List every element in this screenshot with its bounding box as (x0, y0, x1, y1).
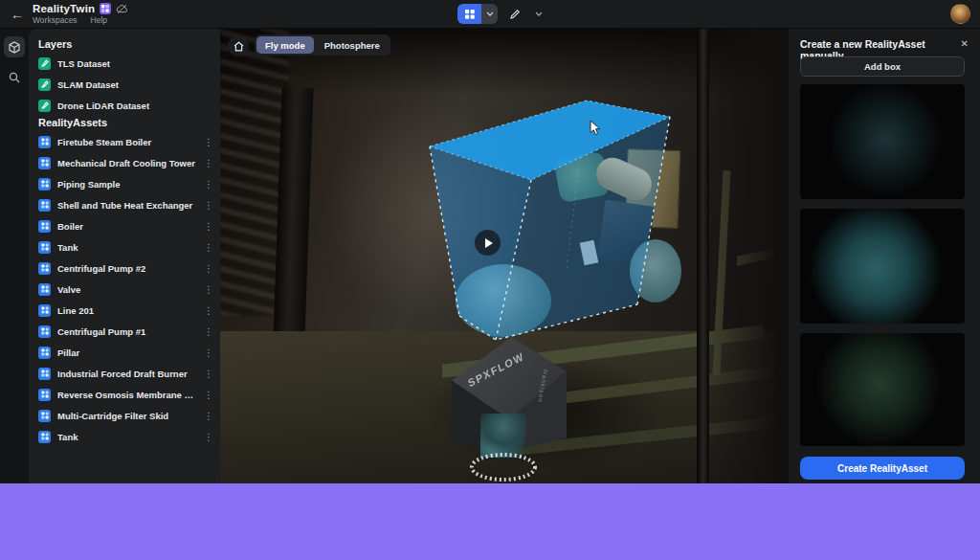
asset-item[interactable]: Shell and Tube Heat Exchanger ⋮ (38, 194, 216, 215)
row-menu-icon[interactable]: ⋮ (203, 432, 214, 442)
row-menu-icon[interactable]: ⋮ (203, 347, 214, 358)
asset-grid-icon[interactable] (457, 4, 481, 24)
title-block: RealityTwin Workspaces Help (33, 3, 128, 25)
workspaces-link[interactable]: Workspaces (33, 15, 78, 25)
asset-label: Multi-Cartridge Filter Skid (57, 411, 196, 421)
asset-label: Boiler (57, 221, 196, 232)
cursor-icon (590, 120, 602, 136)
layer-item-drone-lidar[interactable]: Drone LiDAR Dataset (38, 95, 216, 116)
create-realityasset-button[interactable]: Create RealityAsset (800, 457, 965, 480)
asset-item[interactable]: Line 201 ⋮ (38, 300, 216, 321)
asset-icon (38, 178, 51, 190)
asset-icon (38, 262, 51, 275)
asset-thumbnail-3[interactable] (800, 333, 965, 446)
asset-label: Shell and Tube Heat Exchanger (57, 200, 196, 211)
add-box-button[interactable]: Add box (800, 56, 965, 77)
layer-icon (38, 78, 51, 91)
asset-thumbnail-1[interactable] (800, 84, 965, 199)
home-icon[interactable] (228, 35, 249, 56)
avatar[interactable] (950, 4, 970, 24)
layers-title: Layers (38, 38, 72, 50)
row-menu-icon[interactable]: ⋮ (203, 242, 214, 253)
play-button[interactable] (475, 230, 501, 256)
row-menu-icon[interactable]: ⋮ (203, 263, 214, 274)
asset-icon (38, 347, 51, 359)
asset-item[interactable]: Industrial Forced Draft Burner ⋮ (38, 363, 216, 384)
assets-list: Firetube Steam Boiler ⋮ Mechanical Draft… (38, 131, 216, 447)
layer-icon (38, 100, 51, 112)
row-menu-icon[interactable]: ⋮ (203, 411, 214, 421)
asset-label: Reverse Osmosis Membrane Skid (57, 390, 196, 400)
asset-item[interactable]: Firetube Steam Boiler ⋮ (38, 131, 216, 152)
asset-tool-dropdown[interactable] (481, 4, 498, 24)
asset-label: Mechanical Draft Cooling Tower (57, 158, 196, 168)
asset-label: Firetube Steam Boiler (57, 137, 196, 147)
view-mode-switch: Fly mode Photosphere (255, 34, 390, 56)
asset-icon (38, 220, 51, 233)
row-menu-icon[interactable]: ⋮ (203, 326, 214, 337)
app-title: RealityTwin (33, 3, 95, 14)
asset-label: Valve (57, 284, 196, 295)
row-menu-icon[interactable]: ⋮ (203, 179, 214, 190)
asset-item[interactable]: Centrifugal Pump #2 ⋮ (38, 258, 216, 279)
row-menu-icon[interactable]: ⋮ (203, 200, 214, 211)
row-menu-icon[interactable]: ⋮ (203, 305, 214, 316)
row-menu-icon[interactable]: ⋮ (203, 284, 214, 295)
toolbar (457, 4, 546, 24)
asset-item[interactable]: Centrifugal Pump #1 ⋮ (38, 321, 216, 342)
asset-label: Industrial Forced Draft Burner (57, 369, 196, 379)
asset-label: Pillar (57, 347, 196, 358)
pencil-icon[interactable] (506, 4, 523, 24)
asset-label: Centrifugal Pump #2 (57, 263, 196, 274)
asset-item[interactable]: Piping Sample ⋮ (38, 173, 216, 194)
asset-icon (38, 136, 51, 148)
rotation-ring-icon[interactable] (467, 452, 540, 483)
asset-item[interactable]: Valve ⋮ (38, 279, 216, 300)
row-menu-icon[interactable]: ⋮ (203, 390, 214, 400)
asset-icon (38, 199, 51, 212)
cloud-off-icon (116, 4, 128, 14)
top-bar: ← RealityTwin Workspaces Help (0, 0, 980, 29)
asset-item[interactable]: Mechanical Draft Cooling Tower ⋮ (38, 152, 216, 173)
search-icon[interactable] (4, 67, 25, 88)
row-menu-icon[interactable]: ⋮ (203, 221, 214, 232)
tab-photosphere[interactable]: Photosphere (316, 36, 389, 54)
asset-item[interactable]: Reverse Osmosis Membrane Skid ⋮ (38, 384, 216, 405)
sidebar: Layers TLS Dataset SLAM Dataset Drone Li… (29, 29, 220, 483)
app-window: ← RealityTwin Workspaces Help (0, 0, 980, 560)
help-link[interactable]: Help (91, 15, 107, 25)
asset-icon (38, 157, 51, 169)
asset-icon (38, 283, 51, 296)
asset-label: Tank (57, 242, 196, 253)
asset-item[interactable]: Tank ⋮ (38, 236, 216, 258)
create-asset-panel: Create a new RealityAsset manually ✕ Add… (789, 29, 980, 483)
edit-tool-dropdown[interactable] (532, 4, 546, 24)
asset-item[interactable]: Pillar ⋮ (38, 342, 216, 363)
asset-icon (38, 431, 51, 443)
close-icon[interactable]: ✕ (955, 38, 969, 49)
asset-label: Piping Sample (57, 179, 196, 190)
asset-label: Line 201 (57, 305, 196, 316)
layer-label: TLS Dataset (57, 58, 214, 69)
app-badge-icon (100, 3, 111, 14)
asset-item[interactable]: Tank ⋮ (38, 426, 216, 447)
footer-bar (0, 483, 980, 560)
row-menu-icon[interactable]: ⋮ (203, 369, 214, 379)
tab-fly-mode[interactable]: Fly mode (256, 36, 314, 54)
layer-item-slam[interactable]: SLAM Dataset (38, 74, 216, 95)
layer-icon (38, 57, 51, 70)
asset-icon (38, 241, 51, 254)
asset-thumbnail-2[interactable] (800, 209, 965, 324)
layers-list: TLS Dataset SLAM Dataset Drone LiDAR Dat… (38, 53, 216, 116)
asset-icon (38, 304, 51, 317)
viewport-3d[interactable]: SPXFLOW Hankison (220, 29, 789, 483)
cube-icon[interactable] (4, 36, 25, 57)
asset-item[interactable]: Multi-Cartridge Filter Skid ⋮ (38, 405, 216, 426)
asset-icon (38, 389, 51, 401)
row-menu-icon[interactable]: ⋮ (203, 137, 214, 147)
back-button[interactable]: ← (8, 5, 27, 24)
layer-label: Drone LiDAR Dataset (57, 101, 214, 111)
layer-item-tls[interactable]: TLS Dataset (38, 53, 216, 74)
row-menu-icon[interactable]: ⋮ (203, 158, 214, 168)
asset-item[interactable]: Boiler ⋮ (38, 215, 216, 236)
